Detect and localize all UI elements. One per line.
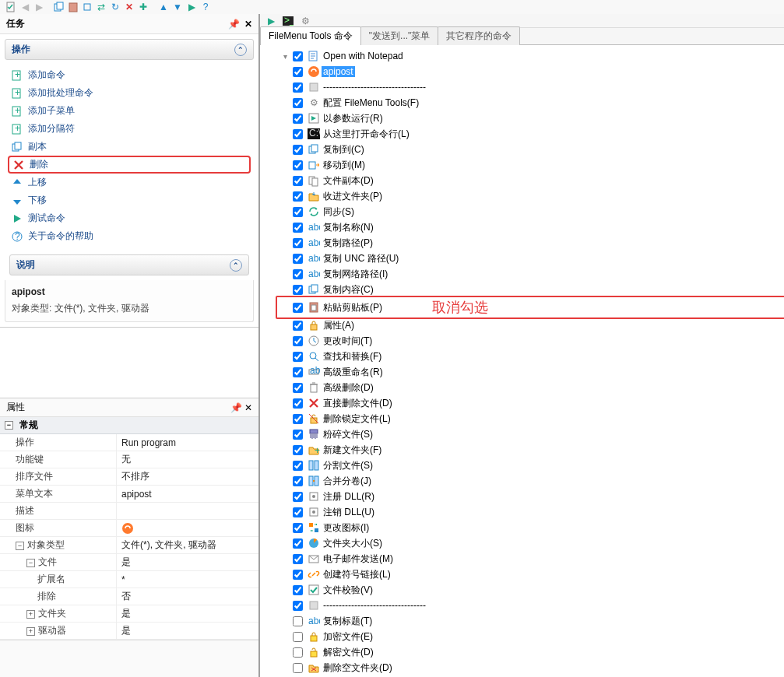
new-icon[interactable]: ✚ xyxy=(137,1,149,13)
play-icon[interactable]: ▶ xyxy=(265,15,277,27)
tree-item[interactable]: ▾Open with Notepad xyxy=(265,48,779,64)
op-add-batch[interactable]: +添加批处理命令 xyxy=(8,84,251,102)
tree-checkbox[interactable] xyxy=(293,507,303,517)
tree-checkbox[interactable] xyxy=(293,414,303,424)
tree-checkbox[interactable] xyxy=(293,430,303,440)
prop-value[interactable]: * xyxy=(117,571,258,588)
prop-value[interactable]: Run program xyxy=(117,434,258,451)
prop-row[interactable]: 功能键无 xyxy=(0,451,258,468)
tree-item[interactable]: 高级删除(D) xyxy=(265,380,779,395)
collapse-icon[interactable]: − xyxy=(16,542,24,550)
op-help[interactable]: ?关于命令的帮助 xyxy=(8,227,251,245)
tree-item[interactable]: 注册 DLL(R) xyxy=(265,489,779,504)
prop-row[interactable]: 排除否 xyxy=(0,588,258,605)
prop-row[interactable]: 图标 xyxy=(0,520,258,537)
tab-other[interactable]: 其它程序的命令 xyxy=(438,26,520,45)
help-icon[interactable]: ? xyxy=(199,1,212,13)
tree-item[interactable]: 解密文件(D) xyxy=(265,644,779,660)
collapse-icon[interactable]: − xyxy=(5,421,13,430)
down-icon[interactable]: ▼ xyxy=(171,1,184,13)
prop-row[interactable]: 操作Run program xyxy=(0,434,258,451)
tree-item[interactable]: --------------------------------- xyxy=(265,598,779,613)
prop-row[interactable]: −对象类型文件(*), 文件夹, 驱动器 xyxy=(0,537,258,554)
tree-item[interactable]: abc复制名称(N) xyxy=(265,219,779,235)
prop-value[interactable] xyxy=(117,503,258,519)
tree-item[interactable]: C:\从这里打开命令行(L) xyxy=(265,126,779,142)
tree-checkbox[interactable] xyxy=(293,207,303,217)
desc-accordion-header[interactable]: 说明 ⌃ xyxy=(9,254,249,275)
tree-checkbox[interactable] xyxy=(293,570,303,580)
tree-item[interactable]: abc复制网络路径(I) xyxy=(265,266,779,282)
tree-checkbox[interactable] xyxy=(293,160,303,170)
pin-icon[interactable]: 📌 xyxy=(230,402,242,413)
prop-value[interactable]: 不排序 xyxy=(117,468,258,485)
tree-checkbox[interactable] xyxy=(293,461,303,471)
prop-value[interactable]: 是 xyxy=(117,554,258,570)
tree-checkbox[interactable] xyxy=(293,585,303,595)
tree-checkbox[interactable] xyxy=(293,114,303,124)
command-tree[interactable]: ▾Open with Notepadapipost---------------… xyxy=(260,45,784,677)
tree-checkbox[interactable] xyxy=(293,82,303,93)
tree-checkbox[interactable] xyxy=(293,554,303,564)
tree-item[interactable]: 文件校验(V) xyxy=(265,582,779,598)
tab-sendto[interactable]: "发送到..."菜单 xyxy=(360,26,439,45)
tree-checkbox[interactable] xyxy=(293,321,303,331)
tree-item[interactable]: ⚙配置 FileMenu Tools(F) xyxy=(265,95,779,110)
prop-row[interactable]: −文件是 xyxy=(0,554,258,571)
tree-item[interactable]: ab高级重命名(R) xyxy=(265,364,779,380)
tree-item[interactable]: 更改图标(I) xyxy=(265,520,779,535)
tree-checkbox[interactable] xyxy=(293,303,303,313)
tree-checkbox[interactable] xyxy=(293,663,303,673)
prop-value[interactable]: 文件(*), 文件夹, 驱动器 xyxy=(117,537,258,553)
tree-item[interactable]: 属性(A) xyxy=(265,317,779,333)
tree-checkbox[interactable] xyxy=(293,632,303,642)
prop-value[interactable] xyxy=(117,520,258,536)
tree-checkbox[interactable] xyxy=(293,98,303,108)
tree-item[interactable]: 同步(S) xyxy=(265,204,779,219)
dup-icon[interactable] xyxy=(81,1,93,13)
prop-value[interactable]: 是 xyxy=(117,623,258,639)
tree-checkbox[interactable] xyxy=(293,129,303,139)
tree-checkbox[interactable] xyxy=(293,269,303,279)
tree-checkbox[interactable] xyxy=(293,492,303,502)
op-add-submenu[interactable]: +添加子菜单 xyxy=(8,102,251,120)
tree-item[interactable]: 文件夹大小(S) xyxy=(265,535,779,551)
collapse-icon[interactable]: − xyxy=(26,559,35,567)
prop-row[interactable]: 扩展名* xyxy=(0,571,258,588)
tree-checkbox[interactable] xyxy=(293,336,303,346)
swap-icon[interactable]: ⇄ xyxy=(95,1,107,13)
op-delete[interactable]: 删除 xyxy=(8,156,251,174)
prop-category[interactable]: − 常规 xyxy=(0,417,258,434)
tree-item[interactable]: 复制到(C) xyxy=(265,142,779,157)
tree-item[interactable]: 更改时间(T) xyxy=(265,333,779,349)
tree-item[interactable]: 注销 DLL(U) xyxy=(265,504,779,520)
close-icon[interactable]: ✕ xyxy=(244,19,252,30)
tree-checkbox[interactable] xyxy=(293,254,303,264)
prop-value[interactable]: apipost xyxy=(117,486,258,502)
tree-item[interactable]: --------------------------------- xyxy=(265,79,779,95)
op-add-cmd[interactable]: +添加命令 xyxy=(8,66,251,84)
prop-value[interactable]: 是 xyxy=(117,605,258,622)
reload-icon[interactable]: ↻ xyxy=(109,1,121,13)
tree-item[interactable]: 收进文件夹(P) xyxy=(265,188,779,204)
tree-checkbox[interactable] xyxy=(293,383,303,393)
gear-icon[interactable]: ⚙ xyxy=(299,15,311,27)
tree-checkbox[interactable] xyxy=(293,238,303,248)
tree-item[interactable]: 文件副本(D) xyxy=(265,173,779,188)
tree-item[interactable]: 直接删除文件(D) xyxy=(265,395,779,411)
tab-fmt[interactable]: FileMenu Tools 命令 xyxy=(260,26,361,45)
prop-value[interactable]: 无 xyxy=(117,451,258,468)
tree-item[interactable]: 合并分卷(J) xyxy=(265,473,779,489)
tree-item[interactable]: apipost xyxy=(265,64,779,79)
tree-checkbox[interactable] xyxy=(293,647,303,658)
expand-icon[interactable]: + xyxy=(26,610,35,619)
tree-item[interactable]: 电子邮件发送(M) xyxy=(265,551,779,567)
toggle-icon[interactable]: ▾ xyxy=(280,51,290,61)
back-icon[interactable]: ◀ xyxy=(19,1,31,13)
tree-item[interactable]: 复制内容(C) xyxy=(265,282,779,297)
tree-item[interactable]: 查找和替换(F) xyxy=(265,349,779,364)
tree-item[interactable]: abc复制路径(P) xyxy=(265,235,779,251)
prop-row[interactable]: 排序文件不排序 xyxy=(0,468,258,486)
op-down[interactable]: 下移 xyxy=(8,191,251,209)
tree-checkbox[interactable] xyxy=(293,398,303,409)
